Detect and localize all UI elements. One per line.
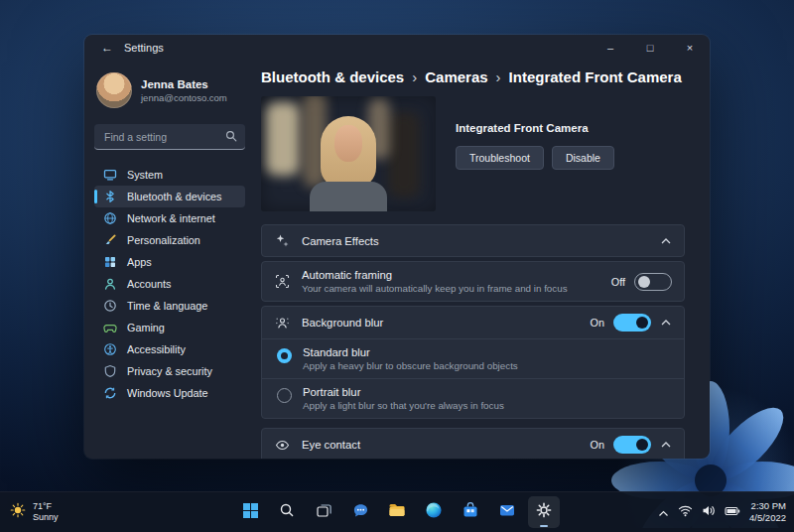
settings-taskbar-button[interactable] bbox=[528, 496, 560, 528]
chevron-up-icon[interactable] bbox=[658, 503, 669, 521]
minimize-icon: – bbox=[607, 42, 613, 54]
background-blur-expander[interactable]: Background blur On bbox=[262, 307, 684, 338]
radio-unselected-icon[interactable] bbox=[277, 388, 292, 403]
time-language-icon bbox=[102, 299, 117, 313]
personalization-icon bbox=[102, 233, 117, 247]
sidebar-item-system[interactable]: System bbox=[94, 164, 245, 186]
sidebar-item-label: Network & internet bbox=[127, 212, 215, 224]
background-blur-icon bbox=[274, 315, 291, 332]
troubleshoot-button[interactable]: Troubleshoot bbox=[456, 146, 544, 170]
option-description: Apply a light blur so that you're always… bbox=[303, 400, 504, 411]
sidebar-item-bluetooth-devices[interactable]: Bluetooth & devices bbox=[94, 186, 245, 207]
eye-contact-group: Eye contact On Standard Make eye bbox=[261, 428, 685, 459]
toggle-knob bbox=[636, 317, 648, 329]
battery-icon[interactable] bbox=[725, 503, 740, 521]
weather-temp: 71°F bbox=[33, 501, 59, 512]
chat-icon bbox=[352, 502, 369, 523]
maximize-button[interactable]: □ bbox=[630, 35, 670, 61]
gear-icon bbox=[535, 501, 553, 523]
breadcrumb-item-bluetooth-devices[interactable]: Bluetooth & devices bbox=[261, 68, 404, 85]
store-icon bbox=[462, 501, 479, 523]
sidebar-nav: System Bluetooth & devices Network & int… bbox=[94, 164, 245, 404]
user-name: Jenna Bates bbox=[141, 78, 227, 90]
bluetooth-icon bbox=[102, 190, 117, 203]
search-icon bbox=[279, 502, 295, 522]
volume-icon[interactable] bbox=[702, 503, 716, 521]
sidebar-item-label: Personalization bbox=[127, 234, 200, 246]
taskbar-icons bbox=[234, 496, 560, 528]
sidebar-item-windows-update[interactable]: Windows Update bbox=[94, 382, 245, 404]
network-icon bbox=[102, 211, 117, 225]
main-content: Bluetooth & devices › Cameras › Integrat… bbox=[253, 61, 710, 459]
back-button[interactable]: ← bbox=[94, 35, 120, 61]
start-button[interactable] bbox=[234, 496, 266, 528]
option-label: Portrait blur bbox=[303, 386, 504, 398]
camera-effects-expander[interactable]: Camera Effects bbox=[261, 224, 685, 257]
close-button[interactable]: × bbox=[670, 35, 710, 61]
toggle-knob bbox=[638, 276, 650, 288]
titlebar: ← Settings – □ × bbox=[84, 35, 710, 61]
sidebar-item-accessibility[interactable]: Accessibility bbox=[94, 338, 245, 360]
edge-button[interactable] bbox=[418, 496, 450, 528]
camera-preview-section: Integrated Front Camera Troubleshoot Dis… bbox=[261, 96, 685, 211]
preview-background-figure bbox=[388, 112, 420, 198]
user-profile[interactable]: Jenna Bates jenna@contoso.com bbox=[94, 68, 245, 112]
standard-blur-option[interactable]: Standard blur Apply a heavy blur to obsc… bbox=[262, 338, 684, 378]
maximize-icon: □ bbox=[647, 42, 654, 54]
sidebar-item-gaming[interactable]: Gaming bbox=[94, 317, 245, 338]
setting-title: Eye contact bbox=[302, 439, 360, 451]
window-controls: – □ × bbox=[591, 35, 710, 61]
task-view-button[interactable] bbox=[308, 496, 339, 528]
sidebar-item-accounts[interactable]: Accounts bbox=[94, 273, 245, 295]
camera-effects-section: Camera Effects Automatic framing Your ca… bbox=[261, 224, 685, 459]
mail-icon bbox=[498, 501, 516, 523]
portrait-blur-option[interactable]: Portrait blur Apply a light blur so that… bbox=[262, 378, 684, 418]
search-input[interactable] bbox=[102, 130, 225, 144]
wifi-icon[interactable] bbox=[678, 503, 693, 521]
apps-icon bbox=[102, 255, 117, 269]
store-button[interactable] bbox=[455, 496, 486, 528]
automatic-framing-icon bbox=[274, 273, 291, 290]
background-blur-group: Background blur On Standard blur bbox=[261, 306, 685, 419]
system-tray: 2:30 PM 4/5/2022 bbox=[658, 500, 786, 525]
file-explorer-button[interactable] bbox=[381, 496, 413, 528]
window-title: Settings bbox=[124, 42, 164, 54]
sun-icon bbox=[10, 502, 26, 522]
taskbar-search[interactable] bbox=[271, 496, 303, 528]
background-blur-toggle[interactable] bbox=[613, 314, 651, 332]
windows-start-icon bbox=[242, 502, 259, 523]
clock-widget[interactable]: 2:30 PM 4/5/2022 bbox=[749, 500, 786, 525]
search-icon bbox=[225, 128, 237, 146]
back-arrow-icon: ← bbox=[101, 41, 113, 55]
option-label: Standard blur bbox=[303, 346, 518, 358]
automatic-framing-toggle[interactable] bbox=[634, 273, 672, 291]
chat-button[interactable] bbox=[344, 496, 376, 528]
setting-description: Your camera will automatically keep you … bbox=[302, 283, 568, 294]
chevron-up-icon bbox=[660, 442, 672, 448]
section-title: Camera Effects bbox=[302, 235, 379, 247]
sidebar-item-label: Windows Update bbox=[127, 387, 208, 399]
breadcrumb-item-cameras[interactable]: Cameras bbox=[425, 68, 487, 85]
eye-contact-icon bbox=[274, 437, 291, 454]
minimize-button[interactable]: – bbox=[591, 35, 630, 61]
preview-background-light bbox=[266, 102, 300, 176]
sidebar-item-personalization[interactable]: Personalization bbox=[94, 229, 245, 251]
breadcrumb: Bluetooth & devices › Cameras › Integrat… bbox=[261, 68, 685, 85]
eye-contact-toggle[interactable] bbox=[613, 436, 651, 454]
sidebar-item-time-language[interactable]: Time & language bbox=[94, 295, 245, 317]
sidebar-item-apps[interactable]: Apps bbox=[94, 251, 245, 273]
disable-button[interactable]: Disable bbox=[552, 146, 614, 170]
breadcrumb-separator: › bbox=[412, 68, 417, 85]
setting-title: Background blur bbox=[302, 317, 383, 329]
sidebar-item-label: Time & language bbox=[127, 300, 207, 312]
sidebar: Jenna Bates jenna@contoso.com System bbox=[84, 61, 253, 459]
radio-selected-icon[interactable] bbox=[277, 348, 292, 363]
weather-widget[interactable]: 71°F Sunny bbox=[10, 501, 59, 524]
mail-button[interactable] bbox=[491, 496, 523, 528]
toggle-state-label: On bbox=[591, 439, 604, 451]
sidebar-item-network-internet[interactable]: Network & internet bbox=[94, 207, 245, 229]
sidebar-item-privacy-security[interactable]: Privacy & security bbox=[94, 360, 245, 382]
taskbar: 71°F Sunny bbox=[0, 491, 794, 532]
system-icon bbox=[102, 168, 117, 182]
eye-contact-expander[interactable]: Eye contact On bbox=[262, 429, 684, 459]
